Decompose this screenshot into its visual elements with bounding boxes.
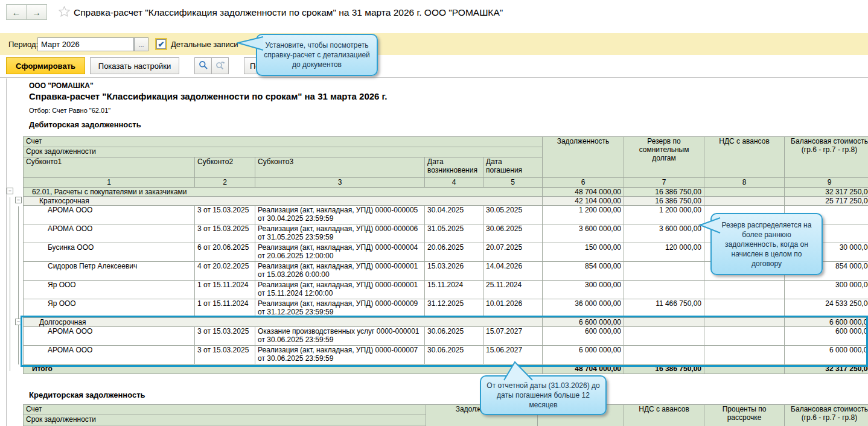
cell-date-due[interactable]: 30.06.2025 [483,224,543,243]
cell-debt[interactable]: 600 000,00 [543,327,624,346]
cell-debt[interactable]: 1 200 000,00 [543,206,624,224]
cell-balance[interactable]: 25 717 250,00 [785,197,868,206]
header-reserve: Резерв по сомнительным долгам [624,137,704,178]
header-account: Счет [24,137,543,147]
cell-date-due[interactable]: 10.01.2026 [483,299,543,318]
cell-subconto1[interactable]: АРОМА ООО [24,346,195,364]
cell-debt[interactable]: 3 600 000,00 [543,224,624,243]
collapse-longterm-button[interactable]: − [15,319,22,325]
cell-reserve[interactable]: 120 000,00 [624,243,704,262]
cell-subconto3[interactable]: Оказание производственных услуг 0000-000… [255,327,425,346]
cell-balance[interactable]: 300 000,00 [785,281,868,299]
cell-date-due[interactable]: 14.04.2026 [483,262,543,281]
cell-reserve[interactable]: 16 386 750,00 [624,197,704,206]
cell-debt[interactable]: 6 600 000,00 [543,318,624,327]
cell-date-due[interactable]: 15.07.2027 [483,327,543,346]
cell-date-due[interactable]: 30.05.2025 [483,206,543,224]
search-button[interactable] [194,57,212,74]
cell-debt[interactable]: 300 000,00 [543,281,624,299]
report-organization: ООО "РОМАШКА" [29,81,94,90]
cell-subconto1[interactable]: АРОМА ООО [24,206,195,224]
cell-subconto3[interactable]: Реализация (акт, накладная, УПД) 0000-00… [255,299,425,318]
cell-subconto2[interactable]: 3 от 15.03.2025 [195,224,255,243]
cell-group-label[interactable]: Долгосрочная [24,318,543,327]
cell-date-origin[interactable]: 31.05.2025 [425,224,483,243]
cell-subconto1[interactable]: Яр ООО [24,281,195,299]
cell-reserve[interactable] [624,346,704,364]
collapse-account-button[interactable]: − [7,188,13,194]
cell-subconto3[interactable]: Реализация (акт, накладная, УПД) 0000-00… [255,243,425,262]
cell-subconto1[interactable]: Сидоров Петр Алексеевич [24,262,195,281]
cell-subconto2[interactable]: 1 от 15.11.2024 [195,281,255,299]
header-date-origin: Дата возникновения [425,157,483,178]
cell-subconto2[interactable]: 1 от 15.11.2024 [195,299,255,318]
cell-subconto1[interactable]: Бусинка ООО [24,243,195,262]
cell-reserve[interactable]: 16 386 750,00 [624,364,704,374]
period-picker-button[interactable]: ... [134,37,148,51]
cell-vat[interactable] [704,327,785,346]
show-settings-button[interactable]: Показать настройки [90,57,179,74]
cell-subconto2[interactable]: 3 от 15.03.2025 [195,327,255,346]
cell-reserve[interactable]: 16 386 750,00 [624,188,704,197]
cell-balance[interactable]: 600 000,00 [785,327,868,346]
cell-debt[interactable]: 48 704 000,00 [543,364,624,374]
cell-debt[interactable]: 36 000 000,00 [543,299,624,318]
cell-subconto3[interactable]: Реализация (акт, накладная, УПД) 0000-00… [255,346,425,364]
cell-subconto1[interactable]: АРОМА ООО [24,327,195,346]
cell-subconto3[interactable]: Реализация (акт, накладная, УПД) 0000-00… [255,224,425,243]
cell-date-origin[interactable]: 15.11.2024 [425,281,483,299]
cell-reserve[interactable] [624,262,704,281]
cell-debt[interactable]: 854 000,00 [543,262,624,281]
cell-date-origin[interactable]: 30.04.2025 [425,206,483,224]
cell-debt[interactable]: 42 104 000,00 [543,197,624,206]
cell-reserve[interactable] [624,281,704,299]
cell-debt[interactable]: 6 000 000,00 [543,346,624,364]
cell-date-due[interactable]: 25.11.2024 [483,281,543,299]
cell-balance[interactable]: 6 000 000,00 [785,346,868,364]
cell-subconto2[interactable]: 6 от 20.06.2025 [195,243,255,262]
cell-subconto1[interactable]: Яр ООО [24,299,195,318]
cell-group-label[interactable]: 62.01, Расчеты с покупателями и заказчик… [24,188,543,197]
cell-balance[interactable]: 32 317 250,00 [785,188,868,197]
cell-reserve[interactable]: 11 466 750,00 [624,299,704,318]
cell-date-origin[interactable]: 30.06.2025 [425,346,483,364]
cell-date-origin[interactable]: 30.06.2025 [425,327,483,346]
cell-subconto3[interactable]: Реализация (акт, накладная, УПД) 0000-00… [255,262,425,281]
cell-vat[interactable] [704,197,785,206]
cell-reserve[interactable] [624,318,704,327]
search-next-button[interactable] [211,57,229,74]
cell-subconto2[interactable]: 4 от 20.02.2025 [195,262,255,281]
cell-vat[interactable] [704,318,785,327]
cell-vat[interactable] [704,281,785,299]
cell-balance[interactable]: 24 533 250,00 [785,299,868,318]
cell-debt[interactable]: 48 704 000,00 [543,188,624,197]
cell-subconto2[interactable]: 3 от 15.03.2025 [195,206,255,224]
cell-debt[interactable]: 150 000,00 [543,243,624,262]
collapse-shortterm-button[interactable]: − [15,197,22,203]
period-input[interactable] [37,37,134,51]
favorite-star-icon[interactable] [59,6,70,19]
back-button[interactable]: ← [6,4,27,20]
cell-balance[interactable]: 32 317 250,00 [785,364,868,374]
cell-group-label[interactable]: Итого [24,364,543,374]
cell-date-origin[interactable]: 15.03.2026 [425,262,483,281]
cell-reserve[interactable]: 3 600 000,00 [624,224,704,243]
cell-date-origin[interactable]: 20.06.2025 [425,243,483,262]
detail-records-checkbox[interactable]: ✔ [156,39,166,49]
cell-date-due[interactable]: 20.07.2025 [483,243,543,262]
cell-vat[interactable] [704,299,785,318]
cell-reserve[interactable] [624,327,704,346]
cell-date-origin[interactable]: 31.12.2025 [425,299,483,318]
cell-subconto3[interactable]: Реализация (акт, накладная, УПД) 0000-00… [255,206,425,224]
cell-subconto1[interactable]: АРОМА ООО [24,224,195,243]
cell-vat[interactable] [704,346,785,364]
cell-vat[interactable] [704,364,785,374]
cell-group-label[interactable]: Краткосрочная [24,197,543,206]
cell-reserve[interactable]: 1 200 000,00 [624,206,704,224]
cell-vat[interactable] [704,188,785,197]
cell-balance[interactable]: 6 600 000,00 [785,318,868,327]
cell-subconto2[interactable]: 3 от 15.03.2025 [195,346,255,364]
forward-button[interactable]: → [27,4,47,20]
generate-button[interactable]: Сформировать [6,57,85,74]
cell-subconto3[interactable]: Реализация (акт, накладная, УПД) 0000-00… [255,281,425,299]
